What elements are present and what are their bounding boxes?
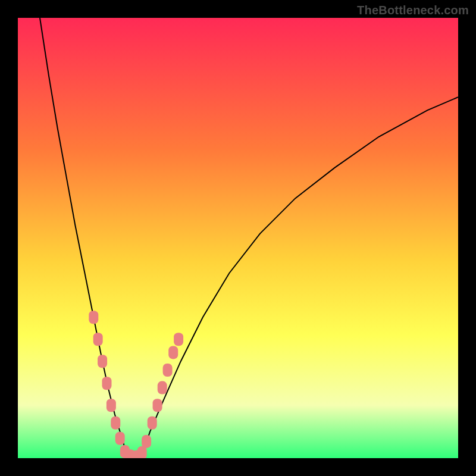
data-marker	[111, 416, 120, 430]
data-marker	[137, 446, 147, 458]
plot-area	[18, 18, 458, 458]
data-marker	[115, 432, 125, 445]
watermark-text: TheBottleneck.com	[357, 4, 469, 17]
data-marker	[158, 381, 167, 394]
data-marker	[89, 311, 98, 324]
data-marker	[168, 346, 178, 359]
data-marker	[163, 364, 173, 377]
data-marker	[102, 377, 111, 390]
data-marker	[153, 399, 162, 412]
chart-frame: TheBottleneck.com	[0, 0, 476, 476]
data-marker	[148, 416, 157, 430]
gradient-background	[18, 18, 458, 458]
data-marker	[98, 355, 107, 368]
bottleneck-plot	[18, 18, 458, 458]
data-marker	[174, 333, 183, 346]
data-marker	[142, 435, 151, 448]
data-marker	[93, 333, 103, 346]
data-marker	[107, 399, 116, 412]
